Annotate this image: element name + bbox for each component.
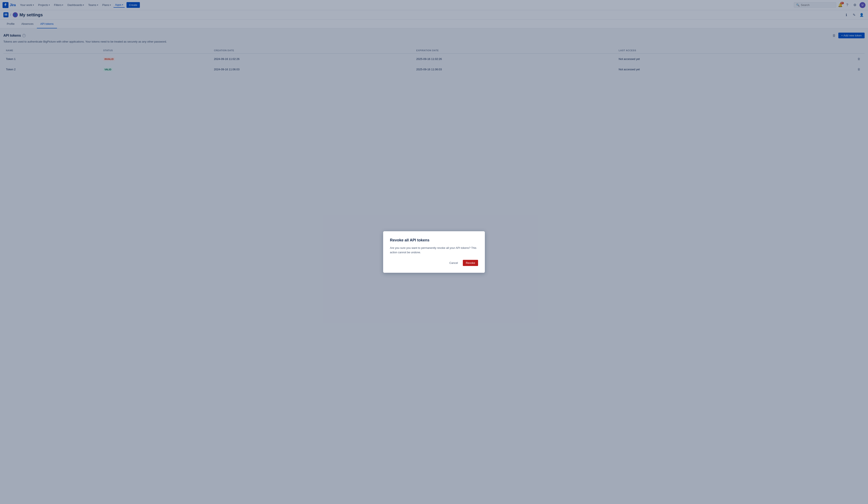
- modal-overlay[interactable]: Revoke all API tokens Are you sure you w…: [0, 0, 868, 79]
